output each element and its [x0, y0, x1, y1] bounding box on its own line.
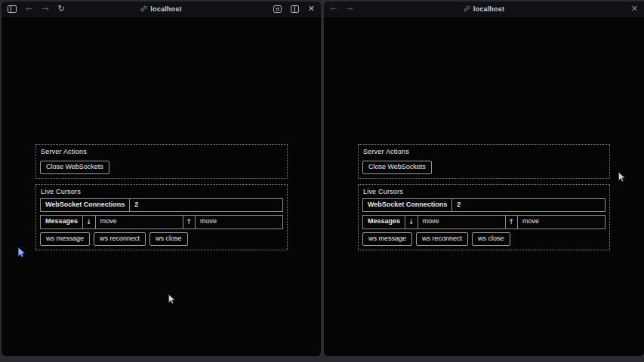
titlebar-left-actions: ✕	[273, 5, 315, 13]
close-icon[interactable]: ✕	[308, 5, 315, 13]
close-websockets-button[interactable]: Close WebSockets	[362, 161, 432, 174]
ws-buttons-row: ws message ws reconnect ws close	[40, 232, 283, 246]
server-actions-title: Server Actions	[362, 147, 605, 158]
titlebar-left-nav: ← → ↻	[8, 5, 65, 13]
live-cursors-panel: Live Cursors WebSocket Connections 2 Mes…	[358, 184, 610, 250]
address-bar[interactable]: localhost	[324, 2, 644, 16]
close-icon[interactable]: ✕	[631, 5, 638, 13]
connections-label: WebSocket Connections	[362, 198, 452, 213]
titlebar-right-nav: ← →	[330, 5, 353, 13]
incoming-message-value: move	[95, 215, 183, 229]
server-actions-panel: Server Actions Close WebSockets	[358, 144, 610, 179]
link-icon	[140, 5, 147, 12]
reader-list-icon[interactable]	[273, 5, 282, 13]
connections-value: 2	[129, 198, 283, 213]
live-cursors-title: Live Cursors	[362, 187, 605, 198]
forward-icon[interactable]: →	[346, 5, 353, 13]
ws-close-button[interactable]: ws close	[149, 232, 188, 246]
mouse-cursor-left-window	[168, 294, 176, 308]
messages-row: Messages ↓ move ↑ move	[362, 215, 605, 229]
ws-reconnect-button[interactable]: ws reconnect	[94, 232, 146, 246]
titlebar-right: ← → localhost ✕	[324, 2, 644, 17]
browser-window-right: ← → localhost ✕ Server Actions Close Web…	[324, 2, 644, 356]
sidebar-toggle-icon[interactable]	[8, 5, 17, 13]
outgoing-message-value: move	[195, 215, 283, 229]
back-icon[interactable]: ←	[330, 5, 337, 13]
server-actions-title: Server Actions	[40, 147, 283, 158]
titlebar-right-actions: ✕	[631, 5, 638, 13]
connections-label: WebSocket Connections	[40, 198, 130, 213]
connections-row: WebSocket Connections 2	[362, 198, 605, 213]
server-actions-panel: Server Actions Close WebSockets	[35, 144, 288, 179]
outgoing-message-value: move	[517, 215, 605, 229]
live-cursors-panel: Live Cursors WebSocket Connections 2 Mes…	[35, 184, 288, 250]
ws-buttons-row: ws message ws reconnect ws close	[362, 232, 605, 246]
messages-label: Messages	[362, 215, 405, 229]
down-arrow-icon: ↓	[405, 215, 418, 229]
up-arrow-icon: ↑	[183, 215, 196, 229]
ws-message-button[interactable]: ws message	[362, 232, 412, 246]
live-cursors-title: Live Cursors	[40, 187, 283, 198]
incoming-message-value: move	[418, 215, 506, 229]
url-text: localhost	[150, 5, 181, 13]
close-websockets-button[interactable]: Close WebSockets	[40, 161, 109, 174]
browser-window-left: ← → ↻ localhost ✕	[2, 2, 321, 356]
messages-label: Messages	[40, 215, 83, 229]
forward-icon[interactable]: →	[42, 5, 48, 13]
titlebar-left: ← → ↻ localhost ✕	[2, 2, 321, 17]
link-icon	[464, 5, 470, 12]
ws-close-button[interactable]: ws close	[472, 232, 510, 246]
connections-value: 2	[451, 198, 605, 213]
url-text: localhost	[473, 5, 504, 13]
messages-row: Messages ↓ move ↑ move	[40, 215, 283, 229]
remote-cursor-blue	[17, 247, 26, 261]
page-content-left: Server Actions Close WebSockets Live Cur…	[2, 17, 321, 356]
split-view-icon[interactable]	[291, 5, 299, 13]
up-arrow-icon: ↑	[505, 215, 519, 229]
back-icon[interactable]: ←	[26, 5, 32, 13]
ws-reconnect-button[interactable]: ws reconnect	[416, 232, 468, 246]
reload-icon[interactable]: ↻	[57, 5, 64, 13]
desktop: ← → ↻ localhost ✕	[0, 0, 644, 362]
connections-row: WebSocket Connections 2	[40, 198, 283, 213]
ws-message-button[interactable]: ws message	[40, 232, 90, 246]
down-arrow-icon: ↓	[82, 215, 96, 229]
remote-cursor-right-window	[618, 172, 626, 186]
page-content-right: Server Actions Close WebSockets Live Cur…	[324, 17, 644, 356]
